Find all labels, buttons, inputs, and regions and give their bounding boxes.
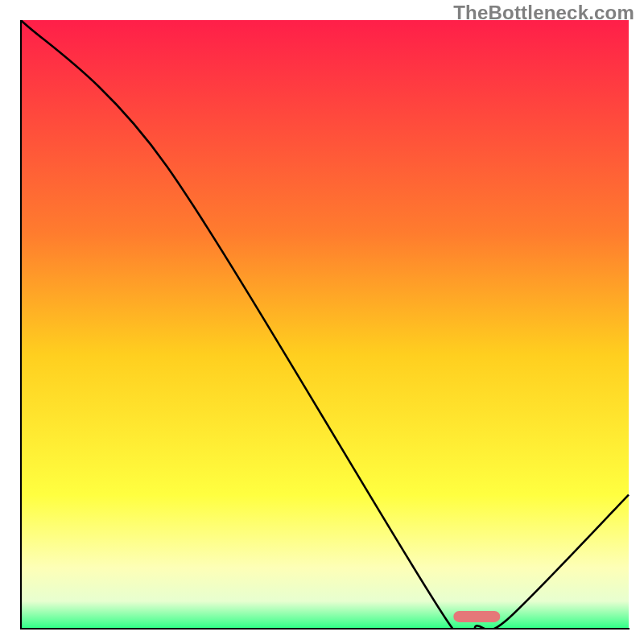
plot-area bbox=[20, 20, 630, 630]
chart-frame: { "watermark": "TheBottleneck.com", "cha… bbox=[0, 0, 644, 644]
plot-background bbox=[21, 20, 629, 629]
marker-capsule bbox=[453, 611, 500, 622]
